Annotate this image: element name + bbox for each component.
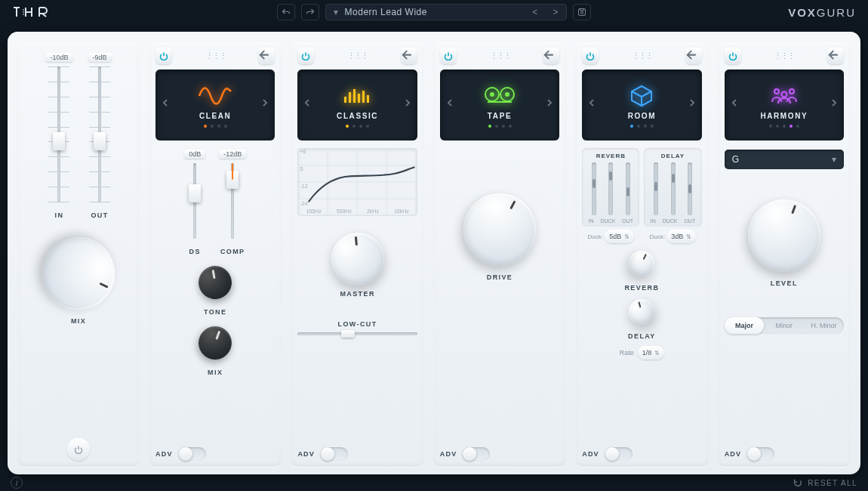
reel-icon <box>482 83 518 109</box>
tape-drive-knob[interactable] <box>451 181 549 279</box>
harmony-algo-prev[interactable] <box>728 96 741 110</box>
classic-adv-toggle[interactable] <box>321 447 348 461</box>
harmony-scale-segmented[interactable]: Major Minor H. Minor <box>725 317 844 334</box>
room-delay-duck-stepper[interactable]: 3dB <box>666 230 696 243</box>
undo-button[interactable] <box>277 4 295 20</box>
room-delay-knob[interactable] <box>626 296 658 328</box>
harmony-screen: HARMONY <box>725 69 844 141</box>
save-preset-button[interactable] <box>573 4 591 20</box>
classic-drag-handle[interactable] <box>346 51 369 61</box>
room-reverb-knob[interactable] <box>625 246 659 280</box>
room-adv-label: ADV <box>582 450 599 458</box>
io-in-value: -10dB <box>45 53 72 62</box>
harmony-algo-next[interactable] <box>827 96 841 110</box>
tape-title: TAPE <box>488 112 512 120</box>
tape-adv-label: ADV <box>440 450 457 458</box>
classic-algo-prev[interactable] <box>300 96 314 110</box>
room-reverb-knob-label: REVERB <box>624 284 659 292</box>
room-reverb-duck-slider[interactable] <box>608 162 613 215</box>
room-screen: ROOM <box>582 69 701 141</box>
eq-graph[interactable]: +60-12-24 100Hz500Hz2kHz10kHz <box>297 148 417 216</box>
harmony-adv-toggle[interactable] <box>747 447 774 461</box>
classic-algo-next[interactable] <box>401 96 414 110</box>
harmony-key-select[interactable]: G <box>725 150 844 169</box>
room-reverb-out-slider[interactable] <box>626 162 630 215</box>
room-algo-next[interactable] <box>685 96 699 110</box>
harmony-level-knob[interactable] <box>737 189 830 282</box>
svg-rect-7 <box>362 91 365 103</box>
io-out-slider[interactable] <box>94 66 105 202</box>
harmony-scale-minor[interactable]: Minor <box>764 322 804 329</box>
preset-prev-icon[interactable]: < <box>532 7 538 17</box>
io-mix-knob[interactable] <box>30 225 127 322</box>
harmony-title: HARMONY <box>760 112 808 120</box>
module-harmony: HARMONY G LEVEL Major Minor H. Minor ADV <box>717 42 851 467</box>
main-surface: -10dB IN -9dB OUT <box>8 32 860 474</box>
classic-power-button[interactable] <box>297 48 314 64</box>
logo-thr <box>12 6 80 18</box>
clean-ds-slider[interactable] <box>189 163 200 239</box>
room-power-button[interactable] <box>582 48 599 64</box>
clean-adv-toggle[interactable] <box>179 447 206 461</box>
clean-random-button[interactable] <box>258 48 275 64</box>
room-random-button[interactable] <box>685 48 702 64</box>
classic-random-button[interactable] <box>401 48 417 64</box>
tape-algo-next[interactable] <box>543 96 556 110</box>
room-algo-prev[interactable] <box>585 96 599 110</box>
clean-mix-knob[interactable] <box>194 322 236 364</box>
harmony-random-button[interactable] <box>827 48 844 64</box>
harmony-scale-hminor[interactable]: H. Minor <box>804 322 844 329</box>
people-icon <box>768 83 801 109</box>
module-room: ROOM REVERB INDUCKOUT DELAY <box>574 42 709 467</box>
classic-adv-label: ADV <box>297 450 315 458</box>
clean-drag-handle[interactable] <box>204 51 226 61</box>
harmony-power-button[interactable] <box>725 48 741 64</box>
tape-power-button[interactable] <box>440 48 457 64</box>
harmony-scale-major[interactable]: Major <box>725 317 765 334</box>
tape-algo-prev[interactable] <box>443 96 457 110</box>
bottom-bar: i RESET ALL <box>0 474 868 491</box>
clean-tone-label: TONE <box>204 308 226 316</box>
io-in-label: IN <box>55 212 64 219</box>
clean-comp-slider[interactable] <box>227 163 238 239</box>
room-drag-handle[interactable] <box>630 51 653 61</box>
room-reverb-duck-stepper[interactable]: 5dB <box>605 230 634 243</box>
harmony-dots <box>769 125 799 128</box>
reset-all-button[interactable]: RESET ALL <box>793 477 857 488</box>
preset-next-icon[interactable]: > <box>553 7 559 17</box>
io-power-button[interactable] <box>67 438 90 461</box>
classic-screen: CLASSIC <box>297 69 417 141</box>
room-delay-duck-slider[interactable] <box>671 162 676 215</box>
svg-rect-2 <box>580 9 584 11</box>
clean-comp-value: -12dB <box>219 150 246 159</box>
bars-icon <box>341 83 374 109</box>
tape-adv-toggle[interactable] <box>463 447 490 461</box>
io-out-label: OUT <box>91 212 108 219</box>
tape-random-button[interactable] <box>543 48 559 64</box>
io-in-slider[interactable] <box>54 66 64 202</box>
tape-drag-handle[interactable] <box>488 51 511 61</box>
preset-select[interactable]: ▾ Modern Lead Wide < > <box>325 4 567 20</box>
classic-lowcut-slider[interactable] <box>297 332 417 335</box>
clean-power-button[interactable] <box>155 48 172 64</box>
dropdown-icon: ▾ <box>334 7 339 17</box>
info-button[interactable]: i <box>11 477 23 489</box>
harmony-drag-handle[interactable] <box>773 51 796 61</box>
clean-algo-next[interactable] <box>258 96 272 110</box>
clean-screen: CLEAN <box>155 69 275 141</box>
room-adv-toggle[interactable] <box>605 447 633 461</box>
clean-algo-prev[interactable] <box>159 96 172 110</box>
module-io: -10dB IN -9dB OUT <box>17 42 140 467</box>
room-delay-out-slider[interactable] <box>688 162 692 215</box>
redo-button[interactable] <box>301 4 319 20</box>
room-rate-stepper[interactable]: 1/8 <box>638 346 665 360</box>
harmony-level-label: LEVEL <box>771 279 798 287</box>
reset-icon <box>793 477 803 488</box>
room-reverb-in-slider[interactable] <box>592 162 596 215</box>
room-title: ROOM <box>628 112 657 120</box>
tape-dots <box>488 125 512 128</box>
classic-master-knob[interactable] <box>329 230 386 288</box>
svg-rect-6 <box>358 94 360 103</box>
clean-tone-knob[interactable] <box>196 264 235 302</box>
room-delay-in-slider[interactable] <box>654 162 658 215</box>
